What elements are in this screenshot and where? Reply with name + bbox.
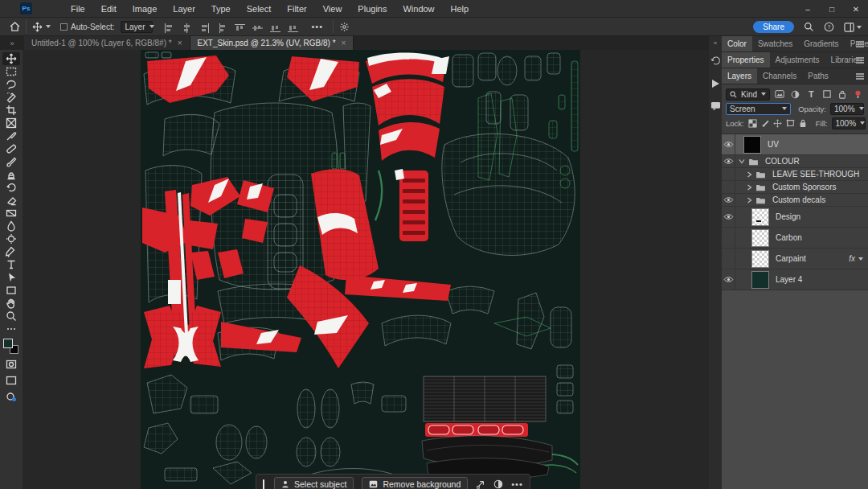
lasso-tool[interactable] <box>2 78 20 91</box>
group-expand-chevron[interactable] <box>747 184 752 191</box>
pen-tool[interactable] <box>2 245 20 258</box>
align-right-icon[interactable] <box>199 22 210 31</box>
layer-filter-kind-dropdown[interactable]: Kind <box>726 88 770 101</box>
dodge-tool[interactable] <box>2 232 20 245</box>
lock-artboard-icon[interactable] <box>786 117 795 129</box>
edit-toolbar-icon[interactable] <box>2 323 20 335</box>
layer-thumbnail[interactable] <box>751 229 769 247</box>
lock-transparency-icon[interactable] <box>748 117 757 129</box>
panel-tab-layers[interactable]: Layers <box>722 68 757 84</box>
visibility-toggle[interactable] <box>722 194 735 206</box>
layer-effects-badge[interactable]: fx <box>849 254 863 263</box>
search-icon[interactable] <box>804 20 814 35</box>
align-middle-icon[interactable] <box>252 22 263 31</box>
visibility-toggle[interactable] <box>722 168 735 180</box>
object-selection-tool[interactable] <box>2 91 20 104</box>
distribute-h-icon[interactable] <box>217 22 227 31</box>
eraser-tool[interactable] <box>2 194 20 207</box>
share-button[interactable]: Share <box>753 21 794 33</box>
type-tool[interactable] <box>2 258 20 271</box>
screen-mode-icon[interactable] <box>2 374 20 387</box>
filter-smart-objects-icon[interactable] <box>837 88 849 100</box>
adjustment-icon[interactable] <box>493 479 503 489</box>
workspace-switcher-icon[interactable] <box>844 20 862 35</box>
rectangular-marquee-tool[interactable] <box>2 65 20 78</box>
minimize-button[interactable]: – <box>796 0 820 18</box>
panel-menu-icon[interactable] <box>856 41 864 47</box>
help-icon[interactable]: ? <box>824 20 834 35</box>
panel-tab-gradients[interactable]: Gradients <box>798 36 844 51</box>
close-button[interactable]: ✕ <box>844 0 868 18</box>
menu-edit[interactable]: Edit <box>93 0 125 18</box>
lock-position-icon[interactable] <box>773 117 782 129</box>
taskbar-more-icon[interactable]: ••• <box>511 479 523 489</box>
taskbar-drag-handle[interactable] <box>263 479 264 489</box>
move-tool[interactable] <box>2 52 20 65</box>
expand-panels-icon[interactable]: « <box>714 39 717 47</box>
filter-type-layers-icon[interactable]: T <box>805 88 817 100</box>
move-tool-icon[interactable] <box>32 19 43 34</box>
opacity-dropdown[interactable]: 100% <box>830 103 864 115</box>
menu-image[interactable]: Image <box>125 0 166 18</box>
align-bottom-icon[interactable] <box>270 22 280 31</box>
filter-pixel-layers-icon[interactable] <box>774 88 786 100</box>
canvas-document[interactable] <box>141 50 580 489</box>
panel-tab-channels[interactable]: Channels <box>757 68 802 84</box>
tab-close-icon[interactable]: × <box>178 39 182 47</box>
align-center-h-icon[interactable] <box>182 22 192 31</box>
rectangle-shape-tool[interactable] <box>2 284 20 297</box>
blur-tool[interactable] <box>2 220 20 232</box>
visibility-toggle[interactable] <box>722 207 735 227</box>
history-icon[interactable] <box>710 55 721 69</box>
visibility-toggle[interactable] <box>722 134 735 154</box>
history-brush-tool[interactable] <box>2 181 20 194</box>
layer-row-design[interactable]: Design <box>722 207 868 228</box>
document-tab-2[interactable]: EXT_Skin.psd @ 21.3% (UV, RGB/8) *× <box>190 36 354 50</box>
layer-row-colour[interactable]: COLOUR <box>722 155 868 168</box>
layer-row-carpaint[interactable]: Carpaintfx <box>722 249 868 269</box>
menu-view[interactable]: View <box>315 0 350 18</box>
document-tab-1[interactable]: Untitled-1 @ 100% (Layer 6, RGB/8#) *× <box>24 36 190 50</box>
comments-icon[interactable] <box>710 100 721 114</box>
menu-type[interactable]: Type <box>203 0 239 18</box>
panel-tab-paths[interactable]: Paths <box>802 68 834 84</box>
tool-preset-chevron[interactable] <box>46 25 51 28</box>
clone-stamp-tool[interactable] <box>2 168 20 181</box>
lock-pixels-brush-icon[interactable] <box>761 117 769 129</box>
remove-background-button[interactable]: Remove background <box>362 477 468 489</box>
toolbar-collapse-icon[interactable]: » <box>0 36 24 50</box>
visibility-toggle[interactable] <box>722 228 735 248</box>
panel-tab-color[interactable]: Color <box>722 36 752 51</box>
quick-mask-icon[interactable] <box>2 358 20 371</box>
blend-mode-dropdown[interactable]: Screen <box>726 103 791 115</box>
tab-close-icon[interactable]: × <box>342 39 346 47</box>
transform-icon[interactable] <box>476 479 485 489</box>
visibility-toggle[interactable] <box>722 249 735 269</box>
layer-row-carbon[interactable]: Carbon <box>722 228 868 249</box>
menu-select[interactable]: Select <box>239 0 280 18</box>
layer-row-leave-see-through[interactable]: LEAVE SEE-THROUGH <box>722 168 868 181</box>
auto-select-toggle[interactable]: Auto-Select: <box>60 23 114 31</box>
more-options-icon[interactable]: ••• <box>311 19 323 34</box>
maximize-button[interactable]: □ <box>820 0 844 18</box>
menu-window[interactable]: Window <box>395 0 442 18</box>
group-expand-chevron[interactable] <box>747 197 752 203</box>
visibility-toggle[interactable] <box>722 269 735 290</box>
foreground-color-swatch[interactable] <box>3 339 13 348</box>
menu-layer[interactable]: Layer <box>165 0 203 18</box>
path-selection-tool[interactable] <box>2 271 20 284</box>
visibility-toggle[interactable] <box>722 155 735 167</box>
select-subject-button[interactable]: Select subject <box>274 477 354 489</box>
hand-tool[interactable] <box>2 297 20 310</box>
align-left-icon[interactable] <box>164 22 174 31</box>
layer-thumbnail[interactable] <box>751 250 769 268</box>
layer-row-uv[interactable]: UV <box>722 134 868 155</box>
layer-thumbnail[interactable] <box>743 136 761 154</box>
panel-tab-properties[interactable]: Properties <box>722 52 770 68</box>
filter-adjustment-layers-icon[interactable] <box>790 88 802 100</box>
gradient-tool[interactable] <box>2 207 20 220</box>
layer-thumbnail[interactable] <box>751 271 769 289</box>
align-top-icon[interactable] <box>235 22 245 31</box>
visibility-toggle[interactable] <box>722 181 735 193</box>
filter-toggle-pin-icon[interactable] <box>853 88 865 100</box>
